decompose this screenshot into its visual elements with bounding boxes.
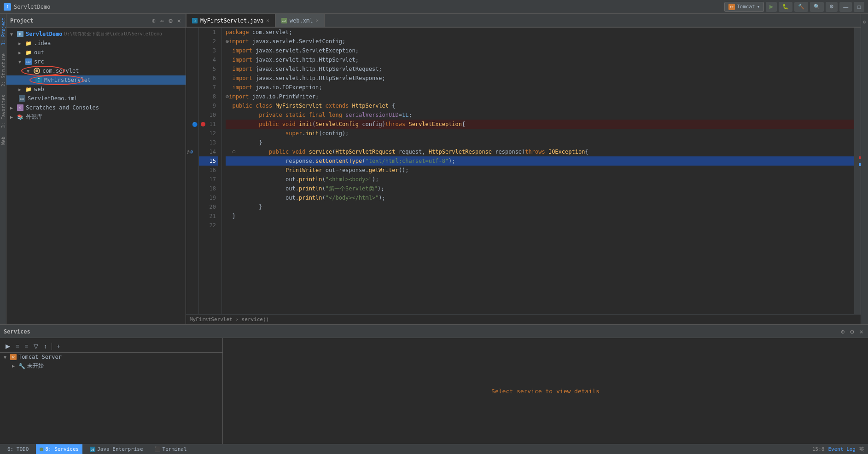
svg-text:src: src	[26, 60, 31, 63]
minimize-button[interactable]: —	[839, 2, 852, 12]
tomcat-dropdown[interactable]: TC Tomcat ▾	[724, 2, 764, 12]
gutter-row-17	[186, 175, 198, 184]
services-tomcat-server[interactable]: ▼ TC Tomcat Server	[0, 353, 222, 361]
scroll-marker-1	[859, 156, 861, 159]
sort-button[interactable]: ↕	[42, 342, 49, 351]
vtab-structure[interactable]: 2: Structure	[0, 50, 6, 90]
gutter-row-13	[186, 138, 198, 147]
close-panel-icon[interactable]: ×	[176, 16, 182, 25]
maximize-button[interactable]: □	[854, 2, 864, 12]
java-enterprise-tab[interactable]: JE Java Enterprise	[86, 444, 146, 454]
line-num-3: 3	[199, 46, 218, 55]
titlebar-right: TC Tomcat ▾ ▶ 🐛 🔨 🔍 ⚙ — □	[724, 2, 864, 12]
servletdemo-path: D:\软件安全下载目录\idealU\ServletDemo	[64, 31, 162, 37]
services-not-started[interactable]: ▶ 🔧 未开始	[0, 361, 222, 371]
bottom-panel: Services ⊕ ⚙ × ▶ ≡ ≡ ▽ ↕ + ▼ TC Tomcat S…	[0, 324, 868, 444]
xml-tab-icon: xml	[281, 18, 287, 23]
code-line-19: out.println("</body></html>");	[226, 193, 854, 202]
settings-button[interactable]: ⚙	[826, 2, 838, 12]
gutter-row-15	[186, 156, 198, 166]
expand-all-button[interactable]: ≡	[14, 342, 21, 351]
titlebar: J ServletDemo TC Tomcat ▾ ▶ 🐛 🔨 🔍 ⚙ — □	[0, 0, 868, 14]
scroll-marker-2	[859, 163, 861, 166]
src-label: src	[34, 58, 44, 65]
todo-tab[interactable]: 6: TODO	[4, 444, 32, 454]
services-toolbar: ▶ ≡ ≡ ▽ ↕ +	[0, 340, 222, 353]
line-num-15: 15	[199, 156, 218, 166]
line-num-4: 4	[199, 55, 218, 64]
gutter-row-9	[186, 101, 198, 110]
svg-text:TC: TC	[730, 6, 734, 9]
line-num-22: 22	[199, 221, 218, 230]
right-tools: ⚙	[861, 14, 868, 324]
code-line-14: ⊖ public void service(HttpServletRequest…	[226, 147, 854, 156]
vtab-project[interactable]: 1: Project	[0, 14, 6, 49]
gutter-row-1	[186, 28, 198, 37]
editor-content[interactable]: 🔵 @ @ 1 2 3	[186, 28, 861, 314]
line-num-6: 6	[199, 74, 218, 83]
collapse-all-svc-button[interactable]: ≡	[23, 342, 30, 351]
terminal-label: Terminal	[163, 446, 187, 452]
scope-icon[interactable]: ⊕	[151, 16, 156, 25]
tab-webxml[interactable]: xml web.xml ×	[275, 14, 325, 27]
rtab-1[interactable]: ⚙	[861, 16, 868, 28]
run-button[interactable]: ▶	[766, 2, 777, 12]
terminal-tab[interactable]: ⬛ Terminal	[151, 444, 191, 454]
build-button[interactable]: 🔨	[794, 2, 808, 12]
code-line-18: out.println("第一个Servlet类");	[226, 184, 854, 193]
tree-item-src[interactable]: ▼ src src	[6, 57, 186, 66]
tree-item-web[interactable]: ▶ 📁 web	[6, 85, 186, 94]
tree-item-myfirstservlet[interactable]: C MyFirstServlet	[6, 75, 186, 85]
web-label: web	[34, 86, 44, 92]
src-folder-icon: src	[25, 58, 32, 65]
tree-item-external-lib[interactable]: ▶ 📚 外部库	[6, 112, 186, 122]
vtab-web[interactable]: Web	[0, 133, 6, 149]
code-line-11: public void init(ServletConfig config)th…	[226, 120, 854, 129]
code-line-17: out.println("<html><body>");	[226, 175, 854, 184]
debug-button[interactable]: 🐛	[779, 2, 792, 12]
line-num-14: 14	[199, 147, 218, 156]
override-icon-14: @	[190, 149, 192, 154]
code-line-10: private static final long serialVersionU…	[226, 110, 854, 120]
services-tab[interactable]: 8: Services	[36, 444, 82, 454]
tab-webxml-close[interactable]: ×	[315, 17, 319, 23]
tree-item-servletdemo[interactable]: ▼ M ServletDemo D:\软件安全下载目录\idealU\Servl…	[6, 29, 186, 39]
vtab-favorites[interactable]: 3: Favorites	[0, 91, 6, 132]
todo-label: 6: TODO	[7, 446, 29, 452]
services-close-icon[interactable]: ×	[859, 327, 864, 336]
gutter-row-20	[186, 202, 198, 212]
event-log-link[interactable]: Event Log	[828, 446, 856, 452]
code-area[interactable]: package com.servlet; ⊖import javax.servl…	[222, 28, 854, 314]
add-service-button[interactable]: +	[55, 342, 62, 351]
code-line-20: }	[226, 202, 854, 212]
gutter-row-10	[186, 110, 198, 120]
project-panel-title: Project	[10, 17, 148, 24]
line-numbers: 1 2 3 4 5 6 7 8 9 10 11 12 13 14 15 16 1…	[199, 28, 222, 314]
search-button[interactable]: 🔍	[810, 2, 824, 12]
filter-button[interactable]: ▽	[32, 342, 40, 351]
svg-text:J: J	[6, 5, 9, 9]
code-line-15: response.setContentType("text/html;chars…	[226, 156, 854, 166]
main-area: 1: Project 2: Structure 3: Favorites Web…	[0, 14, 868, 324]
tree-item-idea[interactable]: ▶ 📁 .idea	[6, 39, 186, 48]
tree-item-scratches[interactable]: ▶ S Scratches and Consoles	[6, 103, 186, 112]
servletdemo-iml-label: ServletDemo.iml	[28, 95, 77, 102]
gutter-row-8	[186, 92, 198, 101]
java-class-icon: C	[35, 76, 42, 84]
tab-myfirstservlet[interactable]: J MyFirstServlet.java ×	[186, 14, 275, 27]
settings-gear-icon[interactable]: ⚙	[168, 16, 173, 25]
services-settings-icon[interactable]: ⚙	[849, 327, 855, 336]
tab-myfirstservlet-close[interactable]: ×	[266, 17, 269, 23]
code-line-12: super.init(config);	[226, 129, 854, 138]
tree-item-servletdemo-iml[interactable]: iml ServletDemo.iml	[6, 94, 186, 103]
tree-item-out[interactable]: ▶ 📁 out	[6, 48, 186, 57]
line-num-11: 11	[199, 120, 218, 129]
services-expand-icon[interactable]: ⊕	[840, 327, 845, 336]
tree-item-com-servlet[interactable]: ▼ com.servlet	[6, 66, 186, 75]
run-service-button[interactable]: ▶	[4, 342, 12, 351]
tomcat-icon: TC	[728, 4, 735, 10]
out-label: out	[34, 49, 44, 56]
collapse-all-icon[interactable]: ⇐	[159, 16, 165, 25]
code-line-6: import javax.servlet.http.HttpServletRes…	[226, 74, 854, 83]
editor-scrollbar[interactable]	[854, 28, 861, 314]
